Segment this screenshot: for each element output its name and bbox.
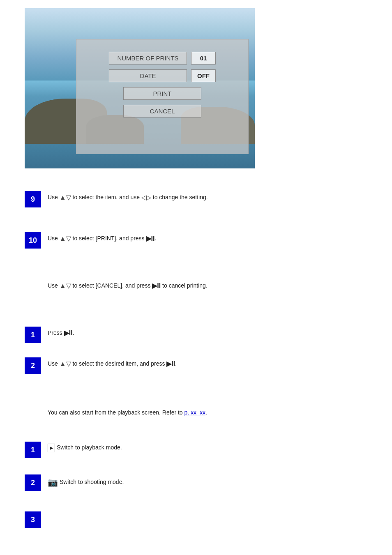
group2-step-1-badge: 1 [25,327,41,343]
date-row: DATE OFF [85,69,240,82]
note-link[interactable]: p. xx–xx [184,409,205,416]
print-button[interactable]: PRINT [123,87,201,100]
step-10b-text-before: Use [48,282,60,289]
group2-step-1-section: 1 Press ▶II. [25,327,367,343]
step-10-text-after: . [154,235,156,242]
left-right-icon-9: ◁▷ [141,193,151,203]
step-10b-content: Use ▲▽ to select [CANCEL], and press ▶II… [48,279,367,291]
date-value: OFF [191,69,216,82]
group2-step-2-badge: 2 [25,357,41,374]
group3-step-1-text: Switch to playback mode. [57,444,122,451]
cancel-button[interactable]: CANCEL [123,105,201,117]
step-10-content: Use ▲▽ to select [PRINT], and press ▶II. [48,232,367,244]
group3-step-3-content [48,511,367,513]
group3-step-3-section: 3 [25,511,367,528]
date-label: DATE [109,69,187,82]
note-text: You can also start from the playback scr… [48,409,184,416]
number-of-prints-label: NUMBER OF PRINTS [109,52,187,64]
group2-step-1-content: Press ▶II. [48,327,367,338]
step-9-badge: 9 [25,191,41,207]
playback-icon-th1: ▶ [48,444,55,452]
print-button-row[interactable]: PRINT [85,87,240,100]
up-down-icon-sg2: ▲▽ [60,359,71,369]
group2-step-2-text-after: . [175,360,177,367]
group2-step-1-text-before: Press [48,329,64,336]
step-10-badge: 10 [25,232,41,249]
group3-step-2-content: 📷 Switch to shooting mode. [48,474,367,488]
number-of-prints-row: NUMBER OF PRINTS 01 [85,52,240,64]
group3-step-2-section: 2 📷 Switch to shooting mode. [25,474,367,491]
number-of-prints-value: 01 [191,52,216,64]
group2-step-2-content: Use ▲▽ to select the desired item, and p… [48,357,367,369]
step-10b-text-after: to cancel printing. [161,282,208,289]
step-9-content: Use ▲▽ to select the item, and use ◁▷ to… [48,191,367,203]
group2-step-2-section: 2 Use ▲▽ to select the desired item, and… [25,357,367,374]
group3-step-2-badge: 2 [25,474,41,491]
cancel-button-row[interactable]: CANCEL [85,105,240,117]
step-10-text-mid: to select [PRINT], and press [71,235,146,242]
step-9-text-after: to change the setting. [151,194,208,200]
note-content: You can also start from the playback scr… [48,407,367,417]
play-pause-icon-sg1: ▶II [64,328,73,338]
group2-step-2-text-mid: to select the desired item, and press [71,360,167,367]
up-down-icon-10b: ▲▽ [60,281,71,291]
group2-step-1-text-after: . [73,329,74,336]
group3-step-1-badge: 1 [25,442,41,458]
group3-step-3-badge: 3 [25,511,41,528]
note-section: You can also start from the playback scr… [25,407,367,417]
play-pause-icon-sg2: ▶II [166,359,175,369]
print-dialog: NUMBER OF PRINTS 01 DATE OFF PRINT CANCE… [76,39,249,154]
step-10-section: 10 Use ▲▽ to select [PRINT], and press ▶… [25,232,367,249]
up-down-icon-9: ▲▽ [60,193,71,203]
step-9-text-mid: to select the item, and use [71,194,141,200]
step-9-text-before: Use [48,194,60,200]
step-10b-section: Use ▲▽ to select [CANCEL], and press ▶II… [25,279,367,291]
step-10b-text-mid: to select [CANCEL], and press [71,282,152,289]
group3-step-1-section: 1 ▶ Switch to playback mode. [25,442,367,458]
play-pause-icon-10: ▶II [146,234,155,244]
group2-step-2-text-before: Use [48,360,60,367]
camera-icon-th2: 📷 [48,476,58,488]
play-pause-icon-10b: ▶II [152,281,161,291]
step-9-section: 9 Use ▲▽ to select the item, and use ◁▷ … [25,191,367,207]
step-10-text-before: Use [48,235,60,242]
note-text-after: . [205,409,207,416]
group3-step-1-content: ▶ Switch to playback mode. [48,442,367,452]
up-down-icon-10: ▲▽ [60,234,71,244]
photo-container: NUMBER OF PRINTS 01 DATE OFF PRINT CANCE… [25,8,255,168]
group3-step-2-text: Switch to shooting mode. [60,479,124,485]
